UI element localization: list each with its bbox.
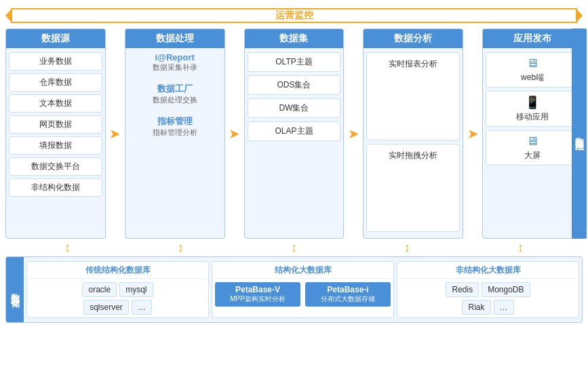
storage-area: 数据存储 传统结构化数据库 oracle mysql sqlserver … 结… xyxy=(5,256,583,323)
data-set-panel: 数据集 OLTP主题 ODS集合 DW集合 OLAP主题 xyxy=(244,28,345,239)
list-item: 网页数据 xyxy=(9,115,102,134)
mobile-icon: 📱 xyxy=(525,95,540,110)
traditional-db-row-1: oracle mysql xyxy=(30,282,205,297)
app-item-web: 🖥 web端 xyxy=(486,52,579,88)
petabase-v-name: PetaBase-V xyxy=(219,285,296,294)
data-process-panel: 数据处理 i@Report 数据采集补录 数据工厂 数据处理交换 指标管理 指标… xyxy=(125,28,225,239)
unstructured-db-row-2: Riak … xyxy=(400,300,576,315)
arrow-4: ➤ xyxy=(466,28,479,239)
ops-arrow: 运营监控 xyxy=(11,8,577,23)
list-item: 非结构化数据 xyxy=(9,178,102,197)
storage-cell-redis: Redis xyxy=(446,282,479,297)
down-arrow-2: ↕ xyxy=(124,241,237,255)
arrow-2: ➤ xyxy=(228,28,241,239)
ops-monitoring-bar: 运营监控 xyxy=(5,7,583,24)
process-title-1: i@Report xyxy=(128,52,222,62)
arrow-3: ➤ xyxy=(347,28,360,239)
petabase-i-block: PetaBase-i 分布式大数据存储 xyxy=(305,282,391,307)
list-item: 业务数据 xyxy=(9,52,102,71)
down-arrow-3: ↕ xyxy=(237,241,351,255)
petabase-v-block: PetaBase-V MPP架构实时分析 xyxy=(215,282,300,307)
data-analysis-panel: 数据分析 实时报表分析 实时拖拽分析 xyxy=(363,28,463,239)
list-item: DW集合 xyxy=(248,98,341,118)
petabase-i-name: PetaBase-i xyxy=(309,285,387,294)
arrow-1: ➤ xyxy=(109,28,122,239)
storage-label: 数据存储 xyxy=(6,257,24,322)
storage-cell-mongodb: MongoDB xyxy=(482,282,530,297)
app-label-screen: 大屏 xyxy=(524,150,541,161)
traditional-db-row-2: sqlserver … xyxy=(30,300,205,315)
storage-cell-oracle: oracle xyxy=(82,282,117,297)
list-item: 文本数据 xyxy=(9,94,102,113)
storage-cell-riak: Riak xyxy=(462,300,490,315)
data-governance-label: 数据治理 xyxy=(573,131,585,136)
unstructured-db-row-1: Redis MongoDB xyxy=(400,282,576,297)
data-source-header: 数据源 xyxy=(6,29,105,48)
data-governance-bar: 数据治理 xyxy=(572,28,587,239)
app-publish-header: 应用发布 xyxy=(483,29,582,48)
list-item: ODS集合 xyxy=(248,75,341,95)
down-arrow-4: ↕ xyxy=(351,241,464,255)
down-arrow-1: ↕ xyxy=(11,241,124,255)
storage-content: 传统结构化数据库 oracle mysql sqlserver … 结构化大数据… xyxy=(24,257,582,322)
process-subtitle-1: 数据采集补录 xyxy=(128,62,222,73)
list-item: 填报数据 xyxy=(9,136,102,155)
screen-icon: 🖥 xyxy=(526,134,538,149)
bottom-arrows-row: ↕ ↕ ↕ ↕ ↕ xyxy=(5,240,583,255)
storage-cell-sqlserver: sqlserver xyxy=(83,300,129,315)
petabase-i-sub: 分布式大数据存储 xyxy=(309,294,387,304)
list-item: 仓库数据 xyxy=(9,73,102,92)
storage-cell-dots-1: … xyxy=(132,300,152,315)
structured-bigdata-title: 结构化大数据库 xyxy=(215,265,391,279)
structured-bigdata-section: 结构化大数据库 PetaBase-V MPP架构实时分析 PetaBase-i … xyxy=(212,261,394,318)
data-set-header: 数据集 xyxy=(245,29,344,48)
unstructured-bigdata-title: 非结构化大数据库 xyxy=(400,265,576,279)
process-section-3: 指标管理 指标管理分析 xyxy=(128,115,222,138)
monitor-icon: 🖥 xyxy=(526,56,538,71)
down-arrow-5: ↕ xyxy=(464,241,577,255)
analysis-item-2: 实时拖拽分析 xyxy=(366,144,460,232)
app-publish-panel: 应用发布 🖥 web端 📱 移动应用 🖥 大屏 xyxy=(482,28,583,239)
process-section-2: 数据工厂 数据处理交换 xyxy=(128,83,222,105)
process-title-3: 指标管理 xyxy=(128,115,222,128)
storage-cell-dots-2: … xyxy=(494,300,514,315)
traditional-db-title: 传统结构化数据库 xyxy=(30,265,205,279)
unstructured-bigdata-section: 非结构化大数据库 Redis MongoDB Riak … xyxy=(397,261,579,318)
app-label-mobile: 移动应用 xyxy=(516,111,549,123)
process-section-1: i@Report 数据采集补录 xyxy=(128,52,222,73)
list-item: OLAP主题 xyxy=(248,121,341,141)
process-title-2: 数据工厂 xyxy=(128,83,222,95)
app-label-web: web端 xyxy=(521,72,544,83)
process-subtitle-3: 指标管理分析 xyxy=(128,128,222,138)
traditional-db-section: 传统结构化数据库 oracle mysql sqlserver … xyxy=(26,261,209,318)
petabase-row: PetaBase-V MPP架构实时分析 PetaBase-i 分布式大数据存储 xyxy=(215,282,391,308)
data-source-panel: 数据源 业务数据 仓库数据 文本数据 网页数据 填报数据 数据交换平台 非结构化… xyxy=(5,28,106,239)
ops-label: 运营监控 xyxy=(275,9,313,22)
process-subtitle-2: 数据处理交换 xyxy=(128,95,222,105)
main-container: 运营监控 数据源 业务数据 仓库数据 文本数据 网页数据 填报数据 数据交换平台… xyxy=(0,0,588,369)
data-analysis-header: 数据分析 xyxy=(364,29,463,48)
storage-cell-mysql: mysql xyxy=(119,282,153,297)
list-item: OLTP主题 xyxy=(248,52,341,72)
main-columns-area: 数据源 业务数据 仓库数据 文本数据 网页数据 填报数据 数据交换平台 非结构化… xyxy=(5,28,583,239)
data-process-header: 数据处理 xyxy=(125,29,224,48)
analysis-item-1: 实时报表分析 xyxy=(366,52,460,140)
list-item: 数据交换平台 xyxy=(9,157,102,176)
petabase-v-sub: MPP架构实时分析 xyxy=(219,294,296,304)
app-item-screen: 🖥 大屏 xyxy=(486,130,579,166)
app-item-mobile: 📱 移动应用 xyxy=(486,91,579,127)
